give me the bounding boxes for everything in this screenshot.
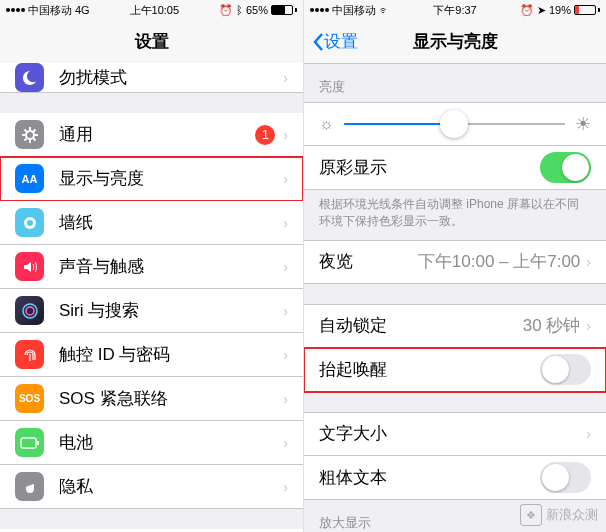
svg-point-4 [26,307,34,315]
brightness-slider[interactable] [344,123,565,125]
row-label: 勿扰模式 [59,66,283,89]
battery-pct: 19% [549,4,571,16]
row-label: 粗体文本 [319,466,540,489]
row-sos[interactable]: SOS SOS 紧急联络 › [0,377,303,421]
row-label: 文字大小 [319,422,586,445]
clock: 下午9:37 [433,3,476,18]
carrier-label: 中国移动 [332,3,376,18]
signal-icon [6,8,25,12]
row-wallpaper[interactable]: 墙纸 › [0,201,303,245]
chevron-right-icon: › [586,426,591,442]
row-raise-to-wake: 抬起唤醒 [304,348,606,392]
back-label: 设置 [324,30,358,53]
chevron-right-icon: › [283,259,288,275]
gear-icon [15,120,44,149]
chevron-right-icon: › [283,435,288,451]
chevron-right-icon: › [283,171,288,187]
moon-icon [15,63,44,92]
row-label: SOS 紧急联络 [59,387,283,410]
settings-list[interactable]: 勿扰模式 › [0,63,303,93]
row-true-tone: 原彩显示 [304,146,606,190]
true-tone-footer: 根据环境光线条件自动调整 iPhone 屏幕以在不同环境下保持色彩显示一致。 [304,190,606,240]
row-label: 墙纸 [59,211,283,234]
svg-point-0 [26,131,34,139]
settings-screen: 中国移动 4G 上午10:05 ⏰ ᛒ 65% 设置 勿扰模式 › 通用 1 ›… [0,0,303,532]
battery-icon [574,5,600,15]
location-icon: ➤ [537,4,546,17]
row-label: 夜览 [319,250,418,273]
sos-icon: SOS [15,384,44,413]
chevron-left-icon [312,32,324,52]
row-night-shift[interactable]: 夜览 下午10:00 – 上午7:00 › [304,240,606,284]
battery-row-icon [15,428,44,457]
fingerprint-icon [15,340,44,369]
row-label: 声音与触感 [59,255,283,278]
display-brightness-screen: 中国移动 ᯤ 下午9:37 ⏰ ➤ 19% 设置 显示与亮度 亮度 ☼ ☀ 原彩… [303,0,606,532]
row-sounds[interactable]: 声音与触感 › [0,245,303,289]
speaker-icon [15,252,44,281]
row-label: 隐私 [59,475,283,498]
true-tone-toggle[interactable] [540,152,591,183]
row-battery[interactable]: 电池 › [0,421,303,465]
chevron-right-icon: › [586,254,591,270]
row-label: 通用 [59,123,255,146]
chevron-right-icon: › [283,303,288,319]
status-bar: 中国移动 ᯤ 下午9:37 ⏰ ➤ 19% [304,0,606,20]
row-display-brightness[interactable]: AA 显示与亮度 › [0,157,303,201]
bold-text-toggle[interactable] [540,462,591,493]
row-label: Siri 与搜索 [59,299,283,322]
raise-wake-toggle[interactable] [540,354,591,385]
brightness-header: 亮度 [304,64,606,102]
chevron-right-icon: › [283,127,288,143]
hand-icon [15,472,44,501]
row-text-size[interactable]: 文字大小 › [304,412,606,456]
row-general[interactable]: 通用 1 › [0,113,303,157]
clock: 上午10:05 [130,3,180,18]
row-label: 显示与亮度 [59,167,283,190]
back-button[interactable]: 设置 [312,30,358,53]
row-siri[interactable]: Siri 与搜索 › [0,289,303,333]
brightness-slider-row: ☼ ☀ [304,102,606,146]
sun-max-icon: ☀ [575,113,591,135]
row-touchid[interactable]: 触控 ID 与密码 › [0,333,303,377]
nav-title: 设置 [135,30,169,53]
row-do-not-disturb[interactable]: 勿扰模式 › [0,63,303,93]
bluetooth-icon: ᛒ [236,4,243,16]
signal-icon [310,8,329,12]
row-auto-lock[interactable]: 自动锁定 30 秒钟 › [304,304,606,348]
siri-icon [15,296,44,325]
wallpaper-icon [15,208,44,237]
battery-pct: 65% [246,4,268,16]
wifi-icon: ᯤ [379,4,390,16]
chevron-right-icon: › [283,391,288,407]
nav-title: 显示与亮度 [413,30,498,53]
badge: 1 [255,125,275,145]
carrier-label: 中国移动 [28,3,72,18]
row-privacy[interactable]: 隐私 › [0,465,303,509]
nav-bar: 设置 显示与亮度 [304,20,606,64]
sun-min-icon: ☼ [319,115,334,133]
row-label: 电池 [59,431,283,454]
chevron-right-icon: › [283,215,288,231]
text-size-icon: AA [15,164,44,193]
alarm-icon: ⏰ [520,4,534,17]
battery-icon [271,5,297,15]
status-bar: 中国移动 4G 上午10:05 ⏰ ᛒ 65% [0,0,303,20]
row-label: 抬起唤醒 [319,358,540,381]
row-bold-text: 粗体文本 [304,456,606,500]
chevron-right-icon: › [283,70,288,86]
svg-point-2 [27,220,33,226]
row-detail: 下午10:00 – 上午7:00 [418,250,581,273]
alarm-icon: ⏰ [219,4,233,17]
row-label: 原彩显示 [319,156,540,179]
row-detail: 30 秒钟 [523,314,581,337]
row-label: 触控 ID 与密码 [59,343,283,366]
watermark-text: 新浪众测 [546,506,598,524]
nav-bar: 设置 [0,20,303,64]
svg-rect-6 [37,441,39,445]
watermark-logo-icon: ❖ [520,504,542,526]
chevron-right-icon: › [586,318,591,334]
watermark: ❖ 新浪众测 [520,504,598,526]
svg-point-3 [23,304,37,318]
chevron-right-icon: › [283,479,288,495]
